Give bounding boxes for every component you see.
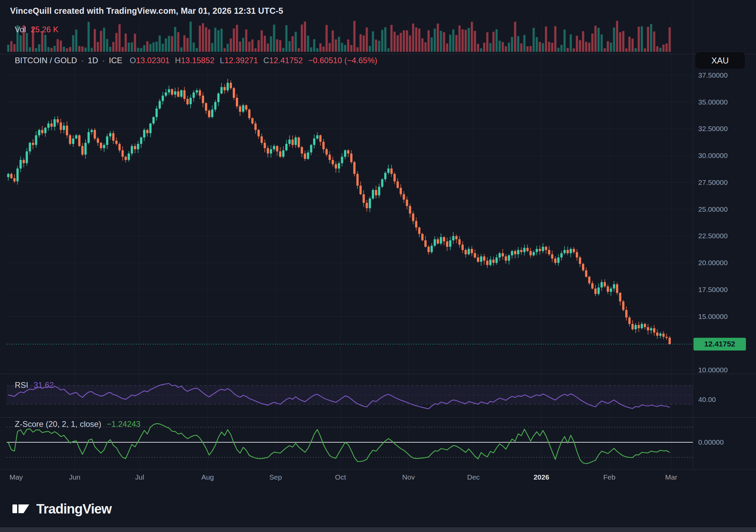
rsi-axis-label: 40.00 — [698, 396, 716, 404]
change-value: −0.60510 (−4.65%) — [308, 56, 377, 65]
time-axis-label: Dec — [467, 473, 479, 481]
rsi-value: 31.62 — [34, 380, 54, 390]
price-axis-label: 30.00000 — [698, 152, 728, 160]
zscore-value: −1.24243 — [107, 419, 140, 429]
price-axis-label: 15.00000 — [698, 313, 728, 321]
chart-canvas[interactable] — [0, 0, 756, 532]
time-axis-label: Oct — [335, 473, 346, 481]
zscore-line — [8, 423, 670, 463]
price-axis-label: 17.50000 — [698, 286, 728, 294]
zscore-title[interactable]: Z-Score (20, 2, 1, close) — [15, 419, 101, 429]
time-axis-label: Jun — [69, 473, 80, 481]
zscore-axis-label: 0.00000 — [698, 438, 724, 446]
low-key: L — [220, 56, 224, 65]
volume-value: 25.26 K — [31, 25, 58, 34]
high-key: H — [175, 56, 181, 65]
ohlc-readout: O13.02301 H13.15852 L12.39271 C12.41752 … — [130, 56, 377, 65]
time-axis-label: Sep — [269, 473, 282, 481]
tradingview-wordmark: TradingView — [36, 501, 112, 517]
price-axis-label: 25.00000 — [698, 205, 728, 213]
time-axis-label: Mar — [665, 473, 677, 481]
candles — [7, 79, 671, 344]
legend-separator: · — [81, 56, 84, 65]
chart-credit: VinceQuill created with TradingView.com,… — [10, 6, 283, 16]
price-axis-label: 22.50000 — [698, 232, 728, 240]
symbol-title[interactable]: BITCOIN / GOLD — [15, 56, 77, 65]
tradingview-logo-icon — [11, 499, 30, 518]
symbol-legend: BITCOIN / GOLD · 1D · ICE O13.02301 H13.… — [15, 56, 377, 65]
time-axis-label: Nov — [402, 473, 415, 481]
time-axis-label: Jul — [135, 473, 144, 481]
open-value: 13.02301 — [136, 56, 170, 65]
tradingview-chart-window: VinceQuill created with TradingView.com,… — [0, 0, 756, 532]
time-axis-label: 2026 — [534, 473, 549, 481]
price-axis-label: 10.00000 — [698, 366, 728, 374]
open-key: O — [130, 56, 136, 65]
price-axis-label: 27.50000 — [698, 178, 728, 187]
bottom-strip — [0, 527, 756, 532]
rsi-legend: RSI 31.62 — [15, 380, 54, 390]
price-axis-label: 32.50000 — [698, 125, 728, 133]
time-axis[interactable] — [0, 469, 693, 486]
legend-separator: · — [102, 56, 105, 65]
close-key: C — [263, 56, 269, 65]
rsi-band — [7, 385, 693, 404]
tradingview-logo[interactable]: TradingView — [11, 499, 112, 518]
volume-legend: Vol 25.26 K — [15, 25, 58, 34]
zscore-legend: Z-Score (20, 2, 1, close) −1.24243 — [15, 419, 140, 429]
exchange-label: ICE — [109, 56, 122, 65]
price-axis-label: 20.00000 — [698, 259, 728, 267]
time-axis-label: Feb — [603, 473, 616, 481]
price-axis-label: 35.00000 — [698, 98, 728, 106]
low-value: 12.39271 — [224, 56, 258, 65]
volume-bars — [7, 21, 671, 52]
interval-label[interactable]: 1D — [88, 56, 98, 65]
close-value: 12.41752 — [269, 56, 303, 65]
time-axis-label: May — [9, 473, 23, 481]
time-axis-label: Aug — [201, 473, 214, 481]
price-axis-label: 37.50000 — [698, 71, 728, 79]
high-value: 13.15852 — [181, 56, 214, 65]
volume-label: Vol — [15, 25, 26, 34]
rsi-title[interactable]: RSI — [15, 380, 28, 390]
